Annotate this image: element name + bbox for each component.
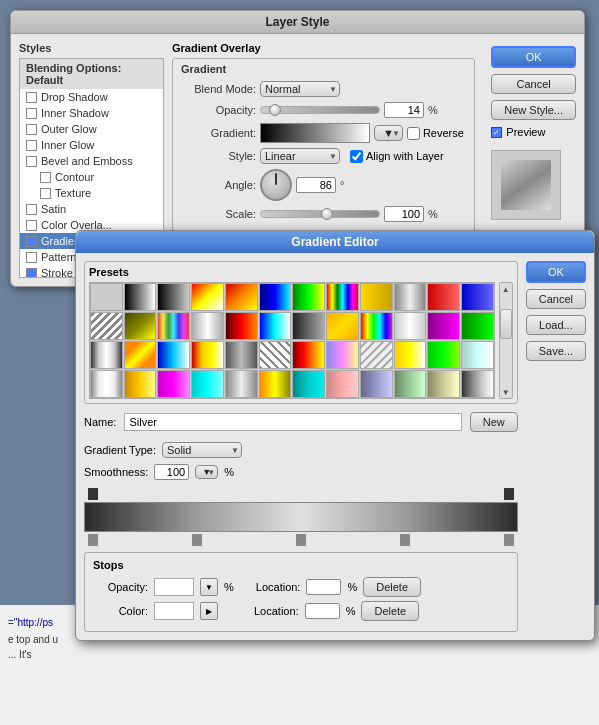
preset-47[interactable] [461, 370, 494, 398]
stroke-check[interactable] [26, 268, 37, 279]
opacity-input[interactable] [384, 102, 424, 118]
preset-11[interactable] [461, 283, 494, 311]
scale-thumb[interactable] [321, 208, 333, 220]
scroll-up[interactable]: ▲ [500, 283, 512, 295]
preset-31[interactable] [326, 341, 359, 369]
preset-17[interactable] [259, 312, 292, 340]
preset-6[interactable] [292, 283, 325, 311]
preset-13[interactable] [124, 312, 157, 340]
preset-37[interactable] [124, 370, 157, 398]
preset-36[interactable] [90, 370, 123, 398]
preset-18[interactable] [292, 312, 325, 340]
preset-38[interactable] [157, 370, 190, 398]
gradient-preview-bar[interactable] [260, 123, 370, 143]
scroll-thumb[interactable] [500, 309, 512, 339]
color-location-input[interactable] [305, 603, 340, 619]
preset-14[interactable] [157, 312, 190, 340]
style-texture[interactable]: Texture [20, 185, 163, 201]
preset-20[interactable] [360, 312, 393, 340]
color-value-box[interactable] [154, 602, 194, 620]
preset-5[interactable] [259, 283, 292, 311]
inner-glow-check[interactable] [26, 140, 37, 151]
style-contour[interactable]: Contour [20, 169, 163, 185]
preset-35[interactable] [461, 341, 494, 369]
color-stop-right[interactable] [504, 534, 514, 546]
opacity-slider[interactable] [260, 106, 380, 114]
ge-cancel-button[interactable]: Cancel [526, 289, 586, 309]
bevel-emboss-check[interactable] [26, 156, 37, 167]
gradient-main-strip[interactable] [84, 502, 518, 532]
color-stop-left[interactable] [88, 534, 98, 546]
opacity-stop-left[interactable] [88, 488, 98, 500]
new-button[interactable]: New [470, 412, 518, 432]
preset-16[interactable] [225, 312, 258, 340]
inner-shadow-check[interactable] [26, 108, 37, 119]
preset-26[interactable] [157, 341, 190, 369]
preset-40[interactable] [225, 370, 258, 398]
style-inner-shadow[interactable]: Inner Shadow [20, 105, 163, 121]
preset-19[interactable] [326, 312, 359, 340]
satin-check[interactable] [26, 204, 37, 215]
cancel-button[interactable]: Cancel [491, 74, 576, 94]
style-satin[interactable]: Satin [20, 201, 163, 217]
color-overlay-check[interactable] [26, 220, 37, 231]
pattern-overlay-check[interactable] [26, 252, 37, 263]
preset-23[interactable] [461, 312, 494, 340]
preset-12[interactable] [90, 312, 123, 340]
style-outer-glow[interactable]: Outer Glow [20, 121, 163, 137]
style-inner-glow[interactable]: Inner Glow [20, 137, 163, 153]
preset-28[interactable] [225, 341, 258, 369]
preview-check[interactable]: ✓ [491, 127, 502, 138]
scroll-down[interactable]: ▼ [500, 386, 512, 398]
preset-21[interactable] [394, 312, 427, 340]
name-input[interactable] [124, 413, 461, 431]
opacity-delete-btn[interactable]: Delete [363, 577, 421, 597]
preset-1[interactable] [124, 283, 157, 311]
opacity-dropdown-btn[interactable]: ▼ [200, 578, 218, 596]
color-stop-fourth[interactable] [400, 534, 410, 546]
preset-39[interactable] [191, 370, 224, 398]
preset-32[interactable] [360, 341, 393, 369]
gradient-type-select[interactable]: Solid [162, 442, 242, 458]
scale-input[interactable] [384, 206, 424, 222]
preset-27[interactable] [191, 341, 224, 369]
color-dropdown-btn[interactable]: ▶ [200, 602, 218, 620]
gradient-dropdown-wrap[interactable]: ▼ [374, 125, 403, 141]
align-layer-checkbox[interactable] [350, 150, 363, 163]
preset-45[interactable] [394, 370, 427, 398]
opacity-location-input[interactable] [306, 579, 341, 595]
preset-30[interactable] [292, 341, 325, 369]
reverse-checkbox[interactable] [407, 127, 420, 140]
preset-43[interactable] [326, 370, 359, 398]
preset-24[interactable] [90, 341, 123, 369]
preset-7[interactable] [326, 283, 359, 311]
outer-glow-check[interactable] [26, 124, 37, 135]
color-stop-third[interactable] [296, 534, 306, 546]
ge-save-button[interactable]: Save... [526, 341, 586, 361]
preset-44[interactable] [360, 370, 393, 398]
angle-dial[interactable] [260, 169, 292, 201]
preset-33[interactable] [394, 341, 427, 369]
preset-15[interactable] [191, 312, 224, 340]
preset-4[interactable] [225, 283, 258, 311]
blend-mode-select-wrap[interactable]: Normal [260, 81, 340, 97]
opacity-value-box[interactable] [154, 578, 194, 596]
contour-check[interactable] [40, 172, 51, 183]
preset-2[interactable] [157, 283, 190, 311]
texture-check[interactable] [40, 188, 51, 199]
preset-0[interactable] [90, 283, 123, 311]
style-bevel-emboss[interactable]: Bevel and Emboss [20, 153, 163, 169]
ge-load-button[interactable]: Load... [526, 315, 586, 335]
style-drop-shadow[interactable]: Drop Shadow [20, 89, 163, 105]
presets-scrollbar[interactable]: ▲ ▼ [499, 282, 513, 399]
preset-9[interactable] [394, 283, 427, 311]
smoothness-input[interactable] [154, 464, 189, 480]
angle-input[interactable] [296, 177, 336, 193]
gradient-overlay-check[interactable] [26, 236, 37, 247]
smoothness-dropdown-wrap[interactable]: ▼ [195, 465, 218, 479]
ok-button[interactable]: OK [491, 46, 576, 68]
opacity-stop-right[interactable] [504, 488, 514, 500]
preset-8[interactable] [360, 283, 393, 311]
ge-ok-button[interactable]: OK [526, 261, 586, 283]
style-select-wrap[interactable]: Linear [260, 148, 340, 164]
